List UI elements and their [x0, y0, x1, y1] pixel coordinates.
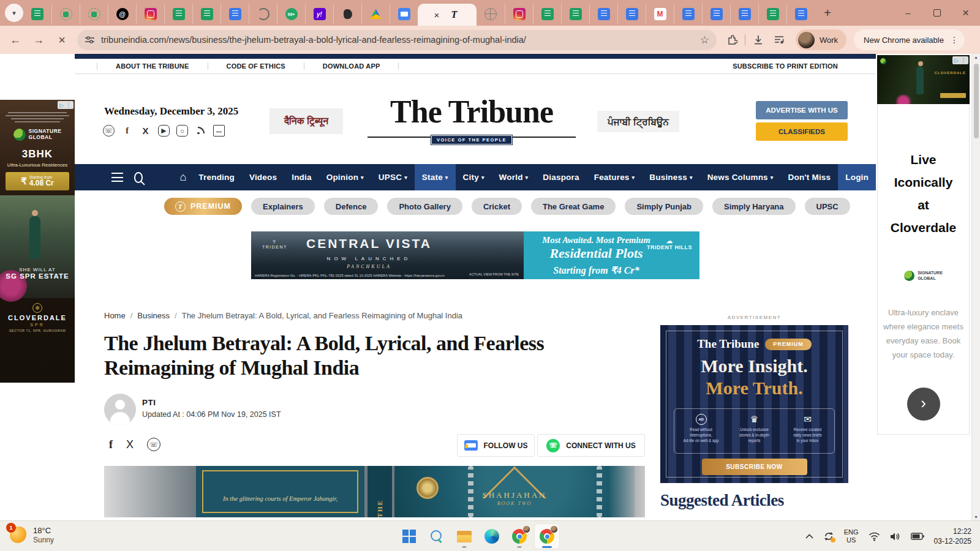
- pinned-tab-badge99[interactable]: [277, 4, 305, 24]
- adchoices-chip[interactable]: ▷ ⋮: [58, 101, 74, 109]
- profile-chip[interactable]: Work: [796, 29, 846, 50]
- nav-item-city[interactable]: City▾: [456, 164, 492, 190]
- scroll-up-arrow-icon[interactable]: ▲: [972, 55, 980, 59]
- edge-button[interactable]: [480, 524, 504, 549]
- pill-photo-gallery[interactable]: Photo Gallery: [387, 198, 462, 215]
- nav-item-login[interactable]: Login: [838, 164, 876, 190]
- clock[interactable]: 12:22 03-12-2025: [934, 527, 971, 546]
- pinned-tab-docs[interactable]: [730, 4, 758, 24]
- nav-item-world[interactable]: World▾: [492, 164, 536, 190]
- youtube-icon[interactable]: ▶: [158, 125, 170, 137]
- pill-explainers[interactable]: Explainers: [251, 198, 315, 215]
- pinned-tab-sheets[interactable]: [561, 4, 589, 24]
- minimize-button[interactable]: –: [894, 0, 922, 26]
- right-ad-card[interactable]: LiveIconicallyatCloverdale SIGNATUREGLOB…: [877, 104, 970, 435]
- chrome-profile2-button-active[interactable]: [535, 524, 559, 549]
- nav-item-india[interactable]: India: [284, 164, 319, 190]
- pinned-tab-threads[interactable]: [108, 4, 136, 24]
- nav-item-videos[interactable]: Videos: [242, 164, 284, 190]
- close-window-button[interactable]: ✕: [951, 0, 980, 26]
- premium-pill[interactable]: T PREMIUM: [164, 198, 242, 215]
- pinned-tab-docs[interactable]: [221, 4, 249, 24]
- nav-item-features[interactable]: Features▾: [587, 164, 643, 190]
- pinned-tab-sheets[interactable]: [758, 4, 786, 24]
- pinned-tab-gnews[interactable]: [390, 4, 418, 24]
- subscribe-now-button[interactable]: SUBSCRIBE NOW: [702, 459, 807, 475]
- pinned-tab-globe[interactable]: [477, 4, 505, 24]
- new-tab-button[interactable]: +: [818, 4, 837, 22]
- language-indicator[interactable]: ENG US: [844, 528, 859, 544]
- pinned-tab-drive[interactable]: [361, 4, 390, 24]
- home-icon[interactable]: ⌂: [179, 171, 186, 184]
- pinned-tab-docs[interactable]: [674, 4, 702, 24]
- ad-options-icon[interactable]: ⋮: [960, 57, 967, 64]
- share-whatsapp-icon[interactable]: ☏: [147, 438, 160, 451]
- pill-simply-haryana[interactable]: Simply Haryana: [712, 198, 796, 215]
- pinned-tab-sheets[interactable]: [164, 4, 192, 24]
- media-playlist-icon[interactable]: [769, 29, 790, 50]
- facebook-icon[interactable]: f: [121, 125, 133, 137]
- left-skyscraper-ad[interactable]: ▷ ⋮ SIGNATUREGLOBAL 3BHK Ultra-Luxurious…: [0, 100, 75, 383]
- dainik-tribune-logo[interactable]: दैनिक ट्रिब्यून: [270, 108, 343, 134]
- pinned-tab-sketch[interactable]: [249, 4, 277, 24]
- pinned-tab-sheets[interactable]: [192, 4, 221, 24]
- pinned-tab-docs[interactable]: [702, 4, 730, 24]
- bookmark-star-icon[interactable]: ☆: [700, 34, 709, 47]
- scroll-down-arrow-icon[interactable]: ▼: [972, 515, 980, 519]
- pill-upsc[interactable]: UPSC: [805, 198, 850, 215]
- rss-icon[interactable]: [195, 125, 206, 137]
- browser-menu-icon[interactable]: ⋮: [950, 35, 959, 45]
- speaker-icon[interactable]: [890, 532, 901, 541]
- instagram-icon[interactable]: ○: [176, 125, 188, 137]
- x-twitter-icon[interactable]: X: [140, 125, 151, 137]
- adchoices-chip[interactable]: ▷ ⋮: [952, 56, 968, 64]
- adchoices-icon[interactable]: ▷: [954, 58, 959, 64]
- pinned-tab-docs[interactable]: [617, 4, 646, 24]
- utility-link-download-app[interactable]: DOWNLOAD APP: [304, 62, 399, 70]
- page-scrollbar[interactable]: ▲ ▼: [971, 54, 980, 520]
- file-explorer-button[interactable]: [452, 524, 477, 549]
- nav-item-diaspora[interactable]: Diaspora: [535, 164, 586, 190]
- chrome-profile1-button[interactable]: [507, 524, 532, 549]
- nav-item-opinion[interactable]: Opinion▾: [319, 164, 371, 190]
- forward-button[interactable]: →: [28, 29, 49, 50]
- advertise-button[interactable]: ADVERTISE WITH US: [756, 101, 848, 119]
- hamburger-menu-icon[interactable]: [111, 173, 123, 182]
- pinned-tab-sheets[interactable]: [23, 4, 51, 24]
- nav-item-state[interactable]: State▾: [415, 164, 456, 190]
- pill-the-great-game[interactable]: The Great Game: [531, 198, 616, 215]
- ad-next-button[interactable]: ›: [907, 388, 940, 421]
- follow-us-button[interactable]: FOLLOW US: [457, 434, 535, 457]
- right-ad-panel[interactable]: CLOVERDALE ▷ ⋮ LiveIconicallyatCloverdal…: [877, 55, 970, 435]
- nav-item-don-t-miss[interactable]: Don't Miss: [781, 164, 839, 190]
- epaper-icon[interactable]: [213, 125, 225, 137]
- pinned-tab-sheets[interactable]: [533, 4, 561, 24]
- chrome-update-button[interactable]: New Chrome available ⋮: [854, 29, 965, 50]
- pinned-tab-yahoo[interactable]: [305, 4, 333, 24]
- nav-item-trending[interactable]: Trending: [191, 164, 242, 190]
- download-icon[interactable]: [748, 29, 769, 50]
- breadcrumb-item-business[interactable]: Business: [137, 311, 170, 320]
- search-icon[interactable]: [134, 172, 143, 183]
- classifieds-button[interactable]: CLASSIFIEDS: [756, 122, 848, 141]
- share-facebook-icon[interactable]: f: [109, 438, 113, 451]
- close-tab-icon[interactable]: ×: [434, 10, 440, 20]
- masthead-title[interactable]: The Tribune: [361, 96, 582, 128]
- url-text[interactable]: tribuneindia.com/news/business/the-jhelu…: [101, 35, 700, 45]
- pill-cricket[interactable]: Cricket: [472, 198, 522, 215]
- pill-defence[interactable]: Defence: [324, 198, 379, 215]
- pill-simply-punjab[interactable]: Simply Punjab: [625, 198, 703, 215]
- punjabi-tribune-logo[interactable]: ਪੰਜਾਬੀ ਟ੍ਰਿਬਿਊਨ: [597, 111, 679, 132]
- ad-options-icon[interactable]: ⋮: [66, 102, 72, 108]
- maximize-button[interactable]: [922, 0, 951, 26]
- share-x-icon[interactable]: X: [126, 438, 134, 451]
- masthead[interactable]: The Tribune VOICE OF THE PEOPLE: [361, 96, 582, 141]
- pinned-tab-instagram[interactable]: [505, 4, 533, 24]
- extensions-icon[interactable]: [722, 29, 742, 50]
- search-button[interactable]: [424, 524, 449, 549]
- pinned-tab-sheets-ring[interactable]: [80, 4, 108, 24]
- url-bar[interactable]: tribuneindia.com/news/business/the-jhelu…: [77, 30, 717, 50]
- start-button[interactable]: [397, 524, 421, 549]
- pinned-tab-docs[interactable]: [786, 4, 815, 24]
- pinned-tab-docs[interactable]: [589, 4, 617, 24]
